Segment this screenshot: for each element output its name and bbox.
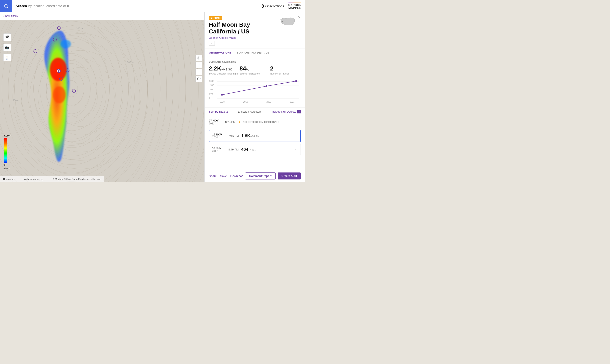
null-detects-checkmark: ✓ <box>297 110 301 113</box>
svg-text:0: 0 <box>209 97 211 99</box>
comment-report-button[interactable]: Comment/Report <box>245 172 275 180</box>
panel-header: ✕ ▲ PHME Half Moon Bay California / US O… <box>205 12 305 49</box>
no-detect-label: ▲ NO DETECTION OBSERVED <box>238 120 301 124</box>
dropdown-button[interactable]: ▾ <box>209 41 215 46</box>
bottom-bar: mapbox carbonmapper.org © Mapbox © OpenS… <box>0 176 104 182</box>
svg-point-49 <box>295 80 297 82</box>
emission-rate-value: 2.2K+/- 1.3K <box>209 65 240 72</box>
observations-count: 3 Observations <box>261 3 284 9</box>
obs-date-1: 07 NOV 2021 <box>209 119 223 125</box>
svg-text:2020: 2020 <box>266 101 271 103</box>
download-link[interactable]: Download <box>230 174 243 178</box>
svg-text:2018: 2018 <box>220 101 225 103</box>
obs-time-3: 8:49 PM <box>228 148 239 151</box>
svg-text:2000: 2000 <box>209 80 214 82</box>
persistence-desc: Source Persistence <box>240 72 270 75</box>
location-subtitle: California / US <box>209 28 301 35</box>
svg-point-6 <box>47 59 114 135</box>
persistence-value: 84% <box>240 65 270 72</box>
observation-row-3[interactable]: 18 JUN 2017 8:49 PM 404+/-136 ··· <box>209 144 301 155</box>
obs-date-2: 15 NOV 2020 <box>212 133 226 139</box>
tab-observations[interactable]: OBSERVATIONS <box>209 49 232 57</box>
topo-svg: 250 m 150 m 300 m 200 m 200 m 200 m 250 <box>0 12 204 182</box>
show-filters-button[interactable]: Show filters <box>3 14 18 18</box>
google-maps-link[interactable]: Open in Google Maps <box>209 36 301 39</box>
locate-button[interactable] <box>195 55 202 61</box>
svg-point-0 <box>5 4 7 7</box>
zoom-out-button[interactable]: − <box>195 69 202 75</box>
panel-footer: Share Save Download Comment/Report Creat… <box>205 170 305 182</box>
svg-point-4 <box>30 42 131 152</box>
svg-line-1 <box>7 7 8 8</box>
map-marker[interactable] <box>59 77 63 81</box>
svg-text:1500: 1500 <box>209 84 214 87</box>
map-marker[interactable] <box>66 68 69 72</box>
sort-by-date-button[interactable]: Sort by Date ▲ <box>209 110 229 113</box>
plumes-desc: Number of Plumes <box>270 72 301 75</box>
map-marker[interactable] <box>57 26 61 30</box>
svg-point-3 <box>21 33 140 160</box>
panel-tabs: OBSERVATIONS SUPPORTING DETAILS <box>205 49 305 57</box>
left-toolbar: 🏴 📷 🚶 <box>3 33 11 61</box>
zoom-in-button[interactable]: + <box>195 62 202 68</box>
svg-point-8 <box>64 76 97 118</box>
map-marker[interactable] <box>33 49 37 53</box>
phme-label: PHME <box>214 17 220 19</box>
search-label: Search <box>16 4 27 8</box>
create-alert-button[interactable]: Create Alert <box>278 172 301 180</box>
observations-number: 3 <box>261 3 264 9</box>
map-area[interactable]: 250 m 150 m 300 m 200 m 200 m 200 m 250 <box>0 12 204 182</box>
plumes-value: 2 <box>270 65 301 72</box>
svg-text:200 m: 200 m <box>76 27 83 30</box>
search-box: Search by location, coordinate or ID <box>12 4 261 8</box>
search-button[interactable] <box>0 0 12 12</box>
save-link[interactable]: Save <box>220 174 227 178</box>
person-button[interactable]: 🚶 <box>3 54 11 61</box>
observation-row-selected[interactable]: 15 NOV 2020 7:46 PM 1.8K+/-1.1K ··· <box>209 130 301 142</box>
obs-menu-2[interactable]: ··· <box>295 134 297 138</box>
svg-marker-29 <box>197 78 200 79</box>
footer-links: Share Save Download <box>209 174 244 178</box>
footer-actions: Comment/Report Create Alert <box>245 172 301 180</box>
flag-button[interactable]: 🏴 <box>3 33 11 41</box>
phme-icon: ▲ <box>211 17 213 19</box>
svg-text:1000: 1000 <box>209 89 214 91</box>
share-link[interactable]: Share <box>209 174 217 178</box>
svg-text:200 m: 200 m <box>13 99 19 102</box>
svg-text:300 m: 300 m <box>127 61 134 64</box>
map-marker[interactable] <box>53 38 57 41</box>
layers-button[interactable] <box>195 76 202 82</box>
map-attribution: © Mapbox © OpenStreetMap Improve this ma… <box>53 178 101 180</box>
svg-point-2 <box>13 25 148 169</box>
emission-chart: 2000 1500 1000 500 0 2018 2019 2020 2021 <box>209 79 301 105</box>
phme-badge: ▲ PHME <box>209 16 222 20</box>
legend-unit: ppm·p <box>4 167 10 169</box>
emission-rate-desc: Source Emission Rate (kg/hr) <box>209 72 240 75</box>
include-null-detects-checkbox[interactable]: Include Null Detects ✓ <box>271 110 301 113</box>
obs-menu-3[interactable]: ··· <box>295 147 298 151</box>
svg-point-5 <box>38 50 123 143</box>
obs-time-1: 8:25 PM <box>225 120 235 124</box>
observations-label: Observations <box>265 4 284 8</box>
svg-text:2021: 2021 <box>290 101 295 103</box>
svg-point-48 <box>266 85 267 87</box>
map-marker[interactable] <box>72 89 76 93</box>
legend-min-value: 0 <box>4 164 5 166</box>
svg-point-47 <box>221 94 223 96</box>
filters-bar: Show filters <box>0 12 204 20</box>
svg-text:2019: 2019 <box>243 101 248 103</box>
legend: 6,000+ 0 ppm·p <box>4 138 10 169</box>
close-button[interactable]: ✕ <box>297 15 302 20</box>
search-placeholder-text[interactable]: by location, coordinate or ID <box>28 4 70 8</box>
camera-button[interactable]: 📷 <box>3 44 11 51</box>
mapbox-logo: mapbox <box>2 178 15 181</box>
chart-section: 2000 1500 1000 500 0 2018 2019 2020 2021 <box>205 77 305 107</box>
svg-point-7 <box>55 67 106 127</box>
observations-section: Sort by Date ▲ Emission Rate kg/hr Inclu… <box>205 107 305 170</box>
stats-section: SUMMARY STATISTICS 2.2K+/- 1.3K Source E… <box>205 57 305 77</box>
svg-point-32 <box>282 21 283 22</box>
stats-grid: 2.2K+/- 1.3K Source Emission Rate (kg/hr… <box>209 65 301 75</box>
tab-supporting-details[interactable]: SUPPORTING DETAILS <box>237 49 269 57</box>
observation-row-no-detect[interactable]: 07 NOV 2021 8:25 PM ▲ NO DETECTION OBSER… <box>209 116 301 128</box>
mapbox-text: mapbox <box>6 178 15 180</box>
